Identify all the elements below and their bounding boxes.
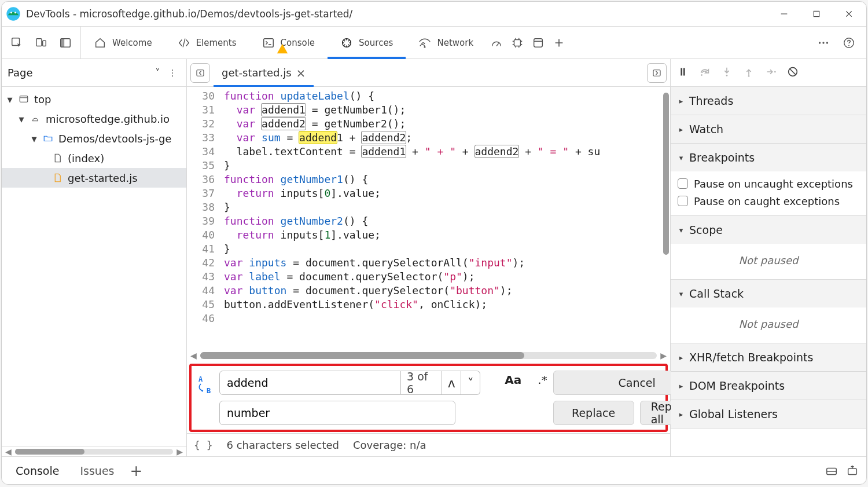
replace-input[interactable] <box>219 401 455 425</box>
tab-application-icon[interactable] <box>528 32 549 53</box>
match-count: 3 of 6 <box>401 371 442 395</box>
section-dom[interactable]: ▸DOM Breakpoints <box>671 372 866 400</box>
selection-status: 6 characters selected <box>227 439 339 451</box>
svg-rect-12 <box>514 39 521 46</box>
tab-network[interactable]: Network <box>406 27 486 58</box>
svg-rect-30 <box>848 468 857 474</box>
svg-rect-9 <box>263 38 273 47</box>
tree-folder[interactable]: ▾Demos/devtools-js-ge <box>2 129 186 148</box>
pretty-print-icon[interactable]: { } <box>194 439 213 451</box>
window-close-button[interactable] <box>835 2 863 26</box>
tab-memory-icon[interactable] <box>507 32 528 53</box>
callstack-not-paused: Not paused <box>678 311 859 337</box>
svg-point-18 <box>848 45 849 46</box>
drawer-settings-icon[interactable] <box>821 460 842 481</box>
tree-file-getstarted[interactable]: get-started.js <box>2 168 186 188</box>
file-tab-getstarted[interactable]: get-started.js × <box>214 59 314 86</box>
navigator-hscroll[interactable]: ◀▶ <box>2 446 186 456</box>
window-title: DevTools - microsoftedge.github.io/Demos… <box>26 8 352 20</box>
drawer-add-tab[interactable]: + <box>124 462 148 479</box>
pause-caught-checkbox[interactable]: Pause on caught exceptions <box>678 192 859 210</box>
device-toolbar-icon[interactable] <box>31 32 52 53</box>
section-threads[interactable]: ▸Threads <box>671 87 866 115</box>
warning-badge-icon <box>276 42 289 55</box>
drawer-tab-console[interactable]: Console <box>5 457 69 484</box>
find-next-button[interactable]: ˅ <box>461 371 480 395</box>
tree-top[interactable]: ▾top <box>2 89 186 109</box>
tab-add-icon[interactable] <box>549 32 569 53</box>
tab-sources[interactable]: Sources <box>328 27 406 58</box>
tab-label: Elements <box>196 38 237 48</box>
toggle-debugger-button[interactable] <box>647 63 667 83</box>
close-icon[interactable]: × <box>296 66 306 80</box>
regex-toggle[interactable]: .* <box>538 373 547 387</box>
svg-rect-6 <box>43 41 46 46</box>
code-hscroll[interactable]: ◀▶ <box>187 350 670 361</box>
section-watch[interactable]: ▸Watch <box>671 115 866 143</box>
svg-rect-20 <box>197 69 204 76</box>
find-replace-icon: AB <box>197 371 214 400</box>
help-icon[interactable] <box>838 32 859 53</box>
svg-point-14 <box>819 42 821 43</box>
navigator-more-icon[interactable]: ⋮ <box>164 63 181 83</box>
svg-rect-13 <box>534 38 543 47</box>
svg-text:A: A <box>198 375 203 383</box>
tab-performance-icon[interactable] <box>486 32 507 53</box>
line-gutter: 3031323334353637383940414243444546 <box>187 87 220 350</box>
match-case-toggle[interactable]: Aa <box>505 373 521 387</box>
svg-point-11 <box>424 46 426 47</box>
tree-file-index[interactable]: (index) <box>2 148 186 168</box>
svg-point-27 <box>774 71 776 72</box>
find-prev-button[interactable]: ʌ <box>442 371 461 395</box>
section-breakpoints[interactable]: ▾Breakpoints <box>671 144 866 171</box>
svg-point-2 <box>14 12 16 13</box>
pause-button[interactable] <box>676 65 689 80</box>
pause-uncaught-checkbox[interactable]: Pause on uncaught exceptions <box>678 175 859 192</box>
tab-label: Welcome <box>112 38 152 48</box>
debugger-toolbar <box>671 59 866 87</box>
code-editor[interactable]: function updateLabel() { var addend1 = g… <box>220 87 670 350</box>
tab-console[interactable]: Console <box>249 27 328 58</box>
dock-side-icon[interactable] <box>55 32 76 53</box>
toggle-navigator-button[interactable] <box>190 63 210 83</box>
inspect-element-icon[interactable] <box>6 32 27 53</box>
drawer-collapse-icon[interactable] <box>842 460 863 481</box>
step-over-button[interactable] <box>698 65 711 80</box>
svg-rect-21 <box>653 69 660 76</box>
more-tools-icon[interactable] <box>813 32 834 53</box>
section-xhr[interactable]: ▸XHR/fetch Breakpoints <box>671 343 866 371</box>
step-out-button[interactable] <box>742 65 755 80</box>
section-scope[interactable]: ▾Scope <box>671 216 866 244</box>
svg-point-25 <box>726 75 728 76</box>
window-minimize-button[interactable] <box>770 2 798 26</box>
step-button[interactable] <box>764 65 777 80</box>
chevron-down-icon[interactable]: ˅ <box>156 68 160 78</box>
deactivate-breakpoints-button[interactable] <box>786 65 799 80</box>
tree-origin[interactable]: ▾microsoftedge.github.io <box>2 109 186 129</box>
replace-button[interactable]: Replace <box>553 401 634 425</box>
svg-point-24 <box>701 74 703 76</box>
tab-elements[interactable]: Elements <box>165 27 249 58</box>
svg-point-1 <box>10 12 12 13</box>
tab-welcome[interactable]: Welcome <box>81 27 165 58</box>
svg-point-15 <box>822 42 824 43</box>
scope-not-paused: Not paused <box>678 247 859 273</box>
section-callstack[interactable]: ▾Call Stack <box>671 280 866 307</box>
find-input[interactable] <box>219 371 401 395</box>
file-tree: ▾top ▾microsoftedge.github.io ▾Demos/dev… <box>2 87 186 446</box>
section-global[interactable]: ▸Global Listeners <box>671 400 866 428</box>
app-icon <box>5 6 21 22</box>
window-maximize-button[interactable] <box>803 2 830 26</box>
find-replace-bar: AB 3 of 6 ʌ ˅ Aa .* <box>189 364 668 432</box>
navigator-page-label[interactable]: Page <box>8 67 33 79</box>
file-tab-label: get-started.js <box>222 67 292 79</box>
coverage-status: Coverage: n/a <box>353 439 426 451</box>
drawer-tab-issues[interactable]: Issues <box>69 457 124 484</box>
step-into-button[interactable] <box>720 65 733 80</box>
svg-text:B: B <box>207 387 211 395</box>
svg-point-26 <box>748 75 750 76</box>
tab-label: Sources <box>359 38 393 48</box>
svg-rect-19 <box>20 96 28 102</box>
svg-rect-8 <box>61 38 64 47</box>
code-vscroll[interactable] <box>662 87 670 350</box>
